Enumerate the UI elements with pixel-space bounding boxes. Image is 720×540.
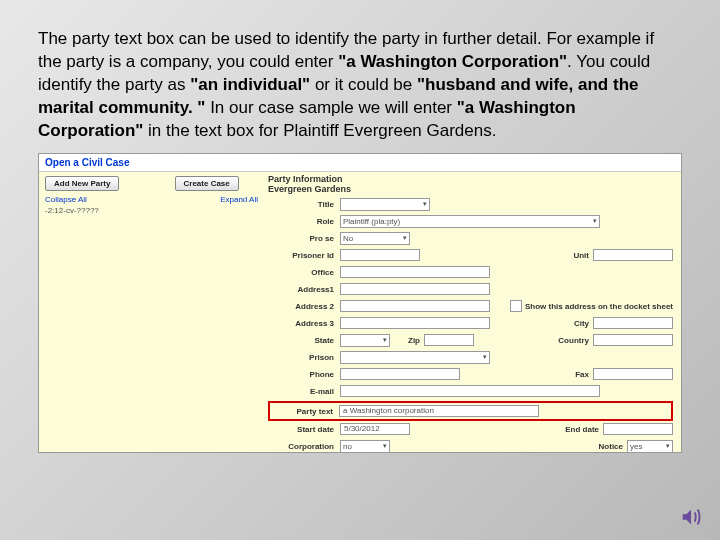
email-input[interactable]: [340, 385, 600, 397]
addr1-input[interactable]: [340, 283, 490, 295]
prison-label: Prison: [268, 353, 340, 362]
office-input[interactable]: [340, 266, 490, 278]
partytext-label: Party text: [271, 407, 339, 416]
country-label: Country: [543, 336, 593, 345]
show-docket-label: Show this address on the docket sheet: [525, 302, 673, 311]
case-number: -2:12-cv-?????: [45, 206, 258, 215]
end-input[interactable]: [603, 423, 673, 435]
partytext-input[interactable]: a Washington corporation: [339, 405, 539, 417]
instruction-paragraph: The party text box can be used to identi…: [38, 28, 682, 143]
start-label: Start date: [268, 425, 340, 434]
party-text-highlight: Party text a Washington corporation: [268, 401, 673, 421]
fax-input[interactable]: [593, 368, 673, 380]
party-info-header: Party Information: [268, 174, 673, 184]
email-label: E-mail: [268, 387, 340, 396]
instr-t5: in the text box for Plaintiff Evergreen …: [143, 121, 496, 140]
app-window: Open a Civil Case Add New Party Create C…: [38, 153, 682, 453]
state-label: State: [268, 336, 340, 345]
show-docket-checkbox[interactable]: [510, 300, 522, 312]
state-select[interactable]: [340, 334, 390, 347]
office-label: Office: [268, 268, 340, 277]
city-label: City: [549, 319, 593, 328]
prisoner-label: Prisoner Id: [268, 251, 340, 260]
role-select[interactable]: Plaintiff (pla:pty): [340, 215, 600, 228]
role-label: Role: [268, 217, 340, 226]
unit-label: Unit: [549, 251, 593, 260]
start-input[interactable]: 5/30/2012: [340, 423, 410, 435]
phone-label: Phone: [268, 370, 340, 379]
prose-label: Pro se: [268, 234, 340, 243]
title-select[interactable]: [340, 198, 430, 211]
prison-select[interactable]: [340, 351, 490, 364]
expand-all-link[interactable]: Expand All: [220, 195, 258, 204]
addr2-input[interactable]: [340, 300, 490, 312]
form-panel: Party Information Evergreen Gardens Titl…: [264, 172, 681, 452]
instr-b1: "a Washington Corporation": [338, 52, 567, 71]
speaker-icon: [680, 506, 702, 528]
notice-select[interactable]: yes: [627, 440, 673, 453]
addr3-label: Address 3: [268, 319, 340, 328]
notice-label: Notice: [577, 442, 627, 451]
title-label: Title: [268, 200, 340, 209]
corp-label: Corporation: [268, 442, 340, 451]
instr-t3: or it could be: [310, 75, 417, 94]
create-case-button[interactable]: Create Case: [175, 176, 239, 191]
addr2-label: Address 2: [268, 302, 340, 311]
prisoner-input[interactable]: [340, 249, 420, 261]
zip-label: Zip: [390, 336, 424, 345]
instr-t4: In our case sample we will enter: [205, 98, 456, 117]
unit-input[interactable]: [593, 249, 673, 261]
country-input[interactable]: [593, 334, 673, 346]
phone-input[interactable]: [340, 368, 460, 380]
city-input[interactable]: [593, 317, 673, 329]
left-column: Add New Party Create Case Collapse All E…: [39, 172, 264, 452]
app-title: Open a Civil Case: [39, 154, 681, 172]
end-label: End date: [547, 425, 603, 434]
party-name-header: Evergreen Gardens: [268, 184, 673, 194]
fax-label: Fax: [549, 370, 593, 379]
addr1-label: Address1: [268, 285, 340, 294]
add-new-party-button[interactable]: Add New Party: [45, 176, 119, 191]
prose-select[interactable]: No: [340, 232, 410, 245]
zip-input[interactable]: [424, 334, 474, 346]
collapse-all-link[interactable]: Collapse All: [45, 195, 87, 204]
corp-select[interactable]: no: [340, 440, 390, 453]
section-header: Party Information Evergreen Gardens: [268, 174, 673, 195]
addr3-input[interactable]: [340, 317, 490, 329]
instr-b2: "an individual": [190, 75, 310, 94]
